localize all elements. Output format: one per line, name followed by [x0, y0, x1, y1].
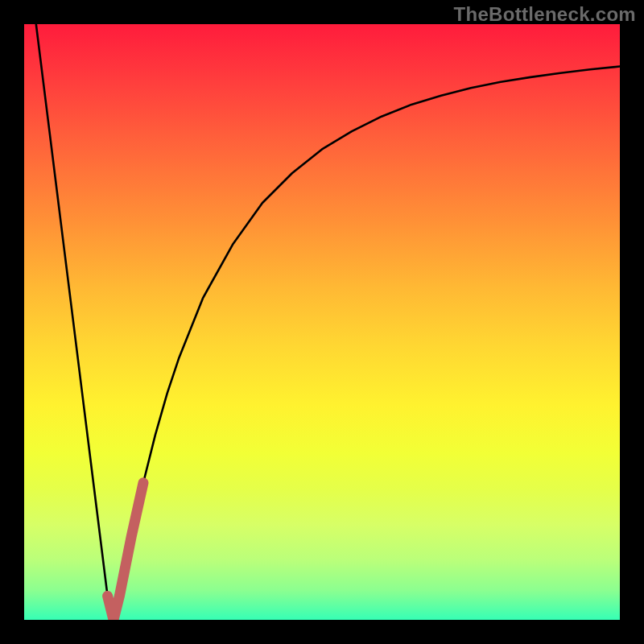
- bottleneck-curve-path: [36, 24, 620, 620]
- watermark-text: TheBottleneck.com: [454, 3, 636, 26]
- highlight-segment-path: [108, 483, 143, 620]
- curve-layer: [24, 24, 620, 620]
- plot-area: [24, 24, 620, 620]
- chart-frame: TheBottleneck.com: [0, 0, 644, 644]
